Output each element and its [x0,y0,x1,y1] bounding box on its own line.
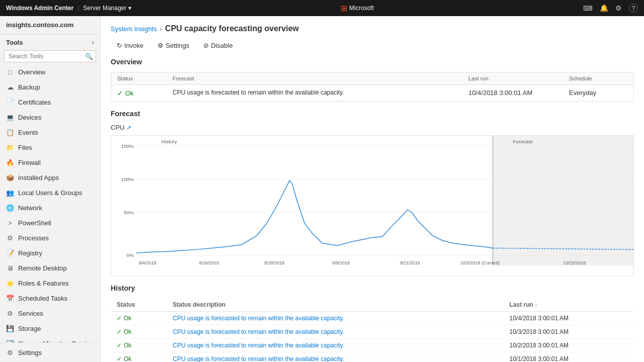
svg-text:100%: 100% [121,176,134,182]
sidebar-item-settings[interactable]: ⚙ Settings [0,345,100,360]
sidebar-item-events[interactable]: 📋 Events [0,125,100,140]
main-container: insights.contoso.com Tools ‹ 🔍 □ Overvie… [0,16,644,362]
forecast-title: Forecast [111,110,634,118]
sidebar-tools-header: Tools ‹ [0,34,100,48]
disable-button[interactable]: ⊘ Disable [197,39,238,52]
forecast-chart: 150% 100% 50% 0% History Forecast 8/4/20… [111,135,634,276]
sidebar-item-storage[interactable]: 💾 Storage [0,321,100,336]
sidebar-item-registry[interactable]: 📝 Registry [0,245,100,260]
chart-svg: 150% 100% 50% 0% History Forecast 8/4/20… [111,136,633,276]
devices-icon: 💻 [6,113,14,121]
overview-section: Overview Status Forecast Last run Schedu… [101,58,644,110]
sidebar-item-roles-features[interactable]: ⭐ Roles & Features [0,276,100,291]
help-icon[interactable]: ? [629,4,638,13]
forecast-bg [493,136,633,265]
chart-history-line [136,180,493,253]
sidebar-item-processes[interactable]: ⚙ Processes [0,230,100,245]
breadcrumb-parent[interactable]: System Insights [111,25,157,33]
terminal-icon[interactable]: ⌨ [583,5,593,12]
gear-icon[interactable]: ⚙ [615,4,622,12]
expand-icon[interactable]: ↗ [126,124,131,131]
sidebar-item-files[interactable]: 📁 Files [0,140,100,155]
firewall-icon: 🔥 [6,158,14,166]
invoke-button[interactable]: ↻ Invoke [111,39,149,52]
overview-forecast-value: CPU usage is forecasted to remain within… [167,85,462,101]
scheduled-tasks-icon: 📅 [6,294,14,302]
storage-icon: 💾 [6,324,14,332]
powershell-icon: > [6,219,14,227]
sidebar-item-devices[interactable]: 💻 Devices [0,110,100,125]
row-check-icon: ✓ [117,342,122,349]
certificates-icon: 📄 [6,98,14,106]
history-table-header-row: Status Status description Last run↑ [111,298,634,312]
tools-label: Tools [6,39,23,46]
topbar-left: Windows Admin Center | Server Manager ▾ [6,5,131,12]
row-check-icon: ✓ [117,315,122,322]
row-status: ✓ Ok [111,339,167,352]
sidebar-item-overview[interactable]: □ Overview [0,64,100,79]
sidebar-item-certificates[interactable]: 📄 Certificates [0,95,100,110]
svg-text:150%: 150% [121,143,134,149]
sidebar-item-powershell[interactable]: > PowerShell [0,215,100,230]
registry-icon: 📝 [6,249,14,257]
backup-icon: ☁ [6,83,14,91]
sidebar-item-services[interactable]: ⚙ Services [0,306,100,321]
breadcrumb-current: CPU capacity forecasting overview [165,24,299,33]
breadcrumb: System Insights › CPU capacity forecasti… [101,16,644,37]
row-check-icon: ✓ [117,355,122,362]
col-status: Status [111,298,167,312]
history-table: Status Status description Last run↑ ✓ Ok… [111,298,634,362]
search-icon: 🔍 [85,53,93,60]
sidebar-item-remote-desktop[interactable]: 🖥 Remote Desktop [0,260,100,276]
sidebar-item-local-users[interactable]: 👥 Local Users & Groups [0,185,100,200]
sidebar-item-storage-migration[interactable]: 🔄 Storage Migration Service [0,336,100,342]
row-description: CPU usage is forecasted to remain within… [167,312,503,325]
topbar: Windows Admin Center | Server Manager ▾ … [0,0,644,16]
svg-text:9/9/2018: 9/9/2018 [332,260,350,265]
sidebar: insights.contoso.com Tools ‹ 🔍 □ Overvie… [0,16,101,362]
sidebar-item-network[interactable]: 🌐 Network [0,200,100,215]
svg-text:Forecast: Forecast [513,139,532,144]
breadcrumb-separator: › [160,25,162,33]
row-lastrun: 10/1/2018 3:00:01 AM [503,352,634,363]
overview-schedule-value: Everyday [563,85,633,101]
status-check-icon: ✓ [117,89,123,97]
sidebar-item-backup[interactable]: ☁ Backup [0,79,100,95]
events-icon: 📋 [6,128,14,136]
search-input[interactable] [4,50,96,62]
services-icon: ⚙ [6,309,14,317]
server-manager-btn[interactable]: Server Manager ▾ [83,5,131,12]
overview-lastrun-header: Last run [462,72,563,85]
table-row: ✓ Ok CPU usage is forecasted to remain w… [111,325,634,339]
ms-text: Microsoft [349,5,374,12]
ms-logo-icon: ⊞ [341,4,347,13]
settings-button[interactable]: ⚙ Settings [151,39,195,52]
sidebar-item-firewall[interactable]: 🔥 Firewall [0,155,100,170]
sort-icon: ↑ [535,302,537,308]
row-lastrun: 10/3/2018 3:00:01 AM [503,325,634,339]
sidebar-nav: □ Overview ☁ Backup 📄 Certificates 💻 Dev… [0,64,100,342]
disable-icon: ⊘ [203,42,209,49]
sidebar-item-installed-apps[interactable]: 📦 Installed Apps [0,170,100,185]
row-lastrun: 10/4/2018 3:00:01 AM [503,312,634,325]
row-status: ✓ Ok [111,352,167,363]
topbar-right: ⌨ 🔔 ⚙ ? [583,4,638,13]
svg-text:8/4/2018: 8/4/2018 [139,260,156,265]
svg-text:10/3/2018 (Current): 10/3/2018 (Current) [460,260,500,265]
svg-text:9/21/2018: 9/21/2018 [400,260,420,265]
overview-status-value: ✓ Ok [111,85,167,101]
toolbar: ↻ Invoke ⚙ Settings ⊘ Disable [101,37,644,58]
sidebar-bottom: ⚙ Settings [0,342,100,362]
table-row: ✓ Ok CPU usage is forecasted to remain w… [111,312,634,325]
sidebar-item-scheduled-tasks[interactable]: 📅 Scheduled Tasks [0,291,100,306]
col-lastrun[interactable]: Last run↑ [503,298,634,312]
svg-text:10/23/2018: 10/23/2018 [563,260,586,265]
history-section: History Status Status description Last r… [101,284,644,362]
sidebar-collapse-btn[interactable]: ‹ [92,38,94,46]
row-lastrun: 10/2/2018 3:00:01 AM [503,339,634,352]
bell-icon[interactable]: 🔔 [600,4,608,12]
svg-text:8/28/2018: 8/28/2018 [264,260,284,265]
roles-features-icon: ⭐ [6,279,14,287]
overview-status-header: Status [111,72,167,85]
installed-apps-icon: 📦 [6,173,14,182]
